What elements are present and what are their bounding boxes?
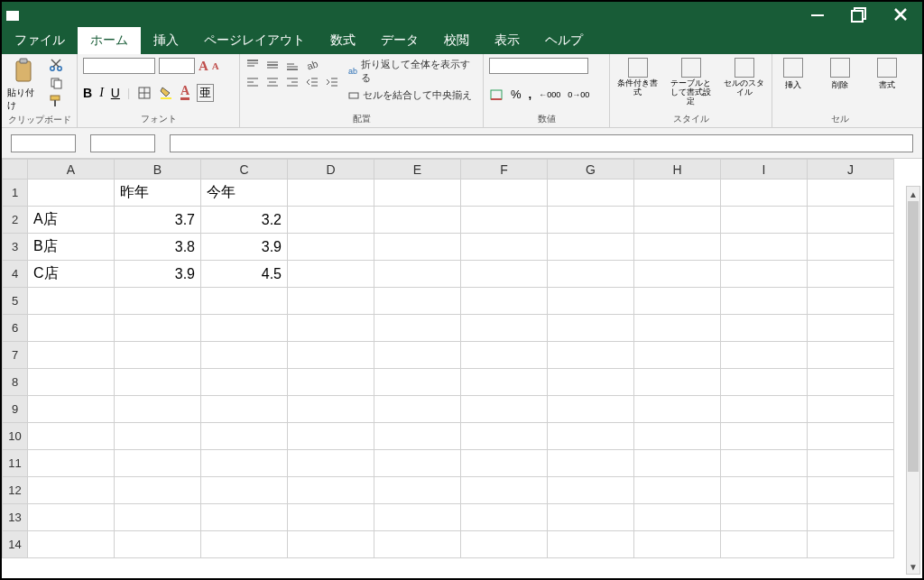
column-header-E[interactable]: E bbox=[374, 160, 461, 180]
cell-C11[interactable] bbox=[201, 450, 288, 477]
phonetic-guide-icon[interactable]: 亜 bbox=[197, 84, 214, 102]
bold-button[interactable]: B bbox=[83, 86, 92, 100]
increase-decimal-icon[interactable]: ←000 bbox=[539, 90, 560, 99]
cell-E10[interactable] bbox=[374, 423, 461, 450]
cell-E11[interactable] bbox=[374, 450, 461, 477]
fill-color-icon[interactable] bbox=[159, 86, 173, 100]
cell-F4[interactable] bbox=[461, 261, 548, 288]
copy-icon[interactable] bbox=[49, 76, 63, 90]
cell-F2[interactable] bbox=[461, 207, 548, 234]
vertical-scrollbar[interactable]: ▲ ▼ bbox=[906, 186, 920, 575]
cell-I4[interactable] bbox=[721, 261, 808, 288]
font-name-select[interactable] bbox=[83, 58, 155, 74]
maximize-button[interactable] bbox=[850, 5, 868, 23]
wrap-text-button[interactable]: ab 折り返して全体を表示する bbox=[348, 58, 477, 85]
number-format-select[interactable] bbox=[489, 58, 588, 74]
cell-B3[interactable]: 3.8 bbox=[115, 234, 201, 261]
tab-review[interactable]: 校閲 bbox=[431, 27, 482, 54]
cell-D9[interactable] bbox=[288, 396, 374, 423]
cell-F5[interactable] bbox=[461, 288, 548, 315]
cell-A5[interactable] bbox=[28, 288, 115, 315]
cell-G14[interactable] bbox=[548, 531, 634, 558]
cell-C7[interactable] bbox=[201, 342, 288, 369]
cell-J4[interactable] bbox=[808, 261, 894, 288]
cell-I6[interactable] bbox=[721, 315, 808, 342]
cell-E4[interactable] bbox=[374, 261, 461, 288]
cell-B5[interactable] bbox=[115, 288, 201, 315]
format-painter-icon[interactable] bbox=[49, 94, 63, 108]
format-as-table-button[interactable]: テーブルとして書式設定 bbox=[669, 58, 713, 106]
spreadsheet-grid[interactable]: ABCDEFGHIJ 1昨年今年2A店3.73.23B店3.83.94C店3.9… bbox=[2, 159, 922, 558]
cell-F13[interactable] bbox=[461, 504, 548, 531]
cell-B6[interactable] bbox=[115, 315, 201, 342]
cell-D4[interactable] bbox=[288, 261, 374, 288]
cell-G2[interactable] bbox=[548, 207, 634, 234]
cell-J11[interactable] bbox=[808, 450, 894, 477]
cell-E9[interactable] bbox=[374, 396, 461, 423]
cell-A13[interactable] bbox=[28, 504, 115, 531]
cell-E14[interactable] bbox=[374, 531, 461, 558]
align-left-icon[interactable] bbox=[245, 76, 260, 88]
cell-F3[interactable] bbox=[461, 234, 548, 261]
cell-G11[interactable] bbox=[548, 450, 634, 477]
tab-help[interactable]: ヘルプ bbox=[532, 27, 596, 54]
accounting-format-icon[interactable] bbox=[489, 87, 504, 102]
delete-cells-button[interactable]: 削除 bbox=[825, 58, 855, 91]
cell-H13[interactable] bbox=[634, 504, 721, 531]
cell-H8[interactable] bbox=[634, 369, 721, 396]
row-header-3[interactable]: 3 bbox=[3, 234, 28, 261]
cell-J1[interactable] bbox=[808, 180, 894, 207]
scroll-down-button[interactable]: ▼ bbox=[907, 559, 919, 574]
column-header-D[interactable]: D bbox=[288, 160, 374, 180]
cell-G3[interactable] bbox=[548, 234, 634, 261]
increase-font-icon[interactable]: A bbox=[199, 59, 208, 74]
cell-A10[interactable] bbox=[28, 423, 115, 450]
column-header-F[interactable]: F bbox=[461, 160, 548, 180]
fx-area[interactable] bbox=[90, 134, 155, 152]
cell-I8[interactable] bbox=[721, 369, 808, 396]
decrease-decimal-icon[interactable]: 0→00 bbox=[568, 90, 589, 99]
cell-C14[interactable] bbox=[201, 531, 288, 558]
cell-G1[interactable] bbox=[548, 180, 634, 207]
cell-G7[interactable] bbox=[548, 342, 634, 369]
row-header-11[interactable]: 11 bbox=[3, 450, 28, 477]
cell-F10[interactable] bbox=[461, 423, 548, 450]
cell-B2[interactable]: 3.7 bbox=[115, 207, 201, 234]
align-middle-icon[interactable] bbox=[265, 59, 280, 71]
cell-C4[interactable]: 4.5 bbox=[201, 261, 288, 288]
cell-E3[interactable] bbox=[374, 234, 461, 261]
column-header-A[interactable]: A bbox=[28, 160, 115, 180]
cell-A4[interactable]: C店 bbox=[28, 261, 115, 288]
cell-B8[interactable] bbox=[115, 369, 201, 396]
cell-F11[interactable] bbox=[461, 450, 548, 477]
cell-J7[interactable] bbox=[808, 342, 894, 369]
row-header-7[interactable]: 7 bbox=[3, 342, 28, 369]
align-top-icon[interactable] bbox=[245, 59, 260, 71]
cell-E2[interactable] bbox=[374, 207, 461, 234]
cell-G5[interactable] bbox=[548, 288, 634, 315]
cell-J5[interactable] bbox=[808, 288, 894, 315]
row-header-14[interactable]: 14 bbox=[3, 531, 28, 558]
cell-D3[interactable] bbox=[288, 234, 374, 261]
cell-E1[interactable] bbox=[374, 180, 461, 207]
tab-insert[interactable]: 挿入 bbox=[141, 27, 191, 54]
cell-A9[interactable] bbox=[28, 396, 115, 423]
name-box[interactable] bbox=[11, 134, 76, 152]
cell-E6[interactable] bbox=[374, 315, 461, 342]
cell-G9[interactable] bbox=[548, 396, 634, 423]
format-cells-button[interactable]: 書式 bbox=[872, 58, 902, 91]
percent-format-icon[interactable]: % bbox=[511, 87, 522, 101]
cell-D10[interactable] bbox=[288, 423, 374, 450]
row-header-2[interactable]: 2 bbox=[3, 207, 28, 234]
cell-A12[interactable] bbox=[28, 477, 115, 504]
cell-B11[interactable] bbox=[115, 450, 201, 477]
cell-D2[interactable] bbox=[288, 207, 374, 234]
close-button[interactable] bbox=[892, 5, 910, 23]
cell-H4[interactable] bbox=[634, 261, 721, 288]
cell-J14[interactable] bbox=[808, 531, 894, 558]
cell-F6[interactable] bbox=[461, 315, 548, 342]
column-header-H[interactable]: H bbox=[634, 160, 721, 180]
cell-H11[interactable] bbox=[634, 450, 721, 477]
cell-H9[interactable] bbox=[634, 396, 721, 423]
cell-J13[interactable] bbox=[808, 504, 894, 531]
